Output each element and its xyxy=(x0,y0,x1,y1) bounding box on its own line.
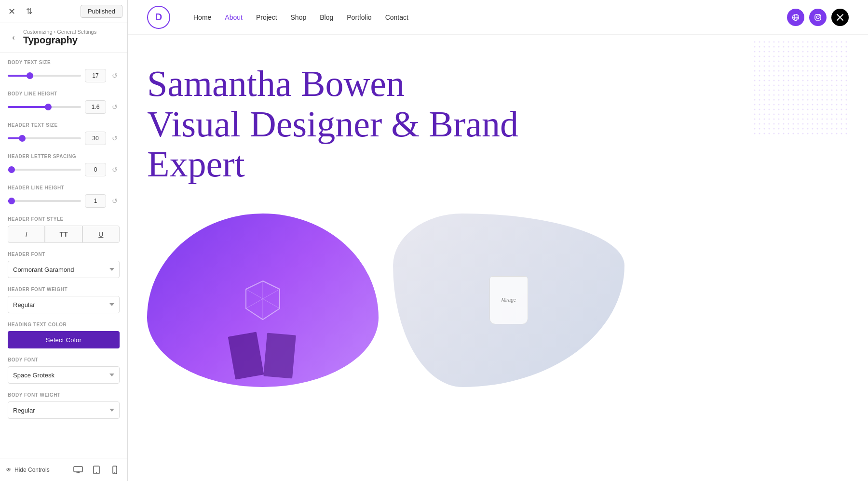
panel-header: ‹ Customizing › General Settings Typogra… xyxy=(0,23,127,53)
header-font-select[interactable]: Cormorant Garamond xyxy=(8,261,120,278)
header-letter-spacing-row: 0 ↺ xyxy=(8,163,120,176)
header-font-group: HEADER FONT Cormorant Garamond xyxy=(8,252,120,278)
header-letter-spacing-reset[interactable]: ↺ xyxy=(110,165,120,174)
nav-link-shop[interactable]: Shop xyxy=(291,13,307,21)
body-text-size-reset[interactable]: ↺ xyxy=(110,71,120,80)
left-blob-image xyxy=(147,214,379,387)
eye-icon: 👁 xyxy=(6,467,12,473)
body-text-size-row: 17 ↺ xyxy=(8,69,120,82)
top-bar: ✕ ⇅ Published xyxy=(0,0,127,23)
hero-section: Samantha BowenVisual Designer & BrandExp… xyxy=(128,35,868,204)
close-button[interactable]: ✕ xyxy=(5,5,18,18)
svg-point-2 xyxy=(96,472,97,473)
dot-pattern xyxy=(752,40,849,136)
body-font-group: BODY FONT Space Grotesk xyxy=(8,357,120,384)
body-line-height-group: BODY LINE HEIGHT 1.6 ↺ xyxy=(8,91,120,114)
nav-links: Home About Project Shop Blog Portfolio C… xyxy=(193,13,772,21)
body-font-select[interactable]: Space Grotesk xyxy=(8,366,120,384)
header-line-height-group: HEADER LINE HEIGHT 1 ↺ xyxy=(8,185,120,208)
header-line-height-reset[interactable]: ↺ xyxy=(110,196,120,206)
nav-link-about[interactable]: About xyxy=(225,13,243,21)
header-letter-spacing-label: HEADER LETTER SPACING xyxy=(8,154,120,159)
header-text-size-label: HEADER TEXT SIZE xyxy=(8,122,120,128)
social-icon-instagram[interactable] xyxy=(809,9,827,26)
site-logo: D xyxy=(147,6,170,29)
candle-container: Mirage xyxy=(489,276,528,324)
nav-link-portfolio[interactable]: Portfolio xyxy=(347,13,371,21)
header-font-weight-label: HEADER FONT WEIGHT xyxy=(8,287,120,292)
mobile-icon-button[interactable] xyxy=(108,463,122,477)
body-font-weight-group: BODY FONT WEIGHT Regular xyxy=(8,392,120,419)
nav-link-contact[interactable]: Contact xyxy=(385,13,408,21)
header-line-height-row: 1 ↺ xyxy=(8,194,120,208)
body-line-height-row: 1.6 ↺ xyxy=(8,100,120,114)
svg-point-8 xyxy=(816,16,819,19)
bold-button[interactable]: TT xyxy=(45,226,82,243)
body-text-size-slider[interactable] xyxy=(8,75,81,77)
heading-text-color-label: HEADING TEXT COLOR xyxy=(8,322,120,327)
heading-text-color-group: HEADING TEXT COLOR Select Color xyxy=(8,322,120,348)
device-icons xyxy=(71,463,122,477)
preview-area: D Home About Project Shop Blog Portfolio… xyxy=(128,0,868,481)
published-button[interactable]: Published xyxy=(81,5,122,18)
header-text-size-reset[interactable]: ↺ xyxy=(110,134,120,143)
header-font-weight-select[interactable]: Regular xyxy=(8,296,120,313)
body-text-size-group: BODY TEXT SIZE 17 ↺ xyxy=(8,60,120,82)
body-line-height-reset[interactable]: ↺ xyxy=(110,102,120,112)
body-line-height-value[interactable]: 1.6 xyxy=(85,100,106,114)
header-text-size-slider[interactable] xyxy=(8,137,81,139)
candle-jar: Mirage xyxy=(489,276,528,324)
packaging-visual xyxy=(231,334,294,377)
hide-controls-button[interactable]: 👁 Hide Controls xyxy=(6,467,50,473)
header-letter-spacing-value[interactable]: 0 xyxy=(85,163,106,176)
social-icon-web[interactable] xyxy=(787,9,804,26)
header-line-height-slider[interactable] xyxy=(8,200,81,202)
svg-rect-7 xyxy=(815,14,821,20)
nav-link-home[interactable]: Home xyxy=(193,13,211,21)
images-row: Mirage xyxy=(128,204,868,387)
header-text-size-group: HEADER TEXT SIZE 30 ↺ xyxy=(8,122,120,145)
svg-rect-0 xyxy=(74,467,82,472)
back-button[interactable]: ‹ xyxy=(8,32,19,43)
italic-button[interactable]: I xyxy=(8,226,45,243)
font-style-row: I TT U xyxy=(8,226,120,243)
header-font-label: HEADER FONT xyxy=(8,252,120,257)
svg-point-4 xyxy=(114,472,115,473)
panel-header-text: Customizing › General Settings Typograph… xyxy=(23,29,96,46)
header-font-weight-group: HEADER FONT WEIGHT Regular xyxy=(8,287,120,313)
body-font-label: BODY FONT xyxy=(8,357,120,362)
reorder-button[interactable]: ⇅ xyxy=(22,5,36,18)
desktop-icon-button[interactable] xyxy=(71,463,85,477)
body-font-weight-label: BODY FONT WEIGHT xyxy=(8,392,120,398)
breadcrumb: Customizing › General Settings xyxy=(23,29,96,35)
body-line-height-slider[interactable] xyxy=(8,106,81,108)
tablet-icon-button[interactable] xyxy=(90,463,103,477)
right-blob-image: Mirage xyxy=(393,214,624,387)
social-icon-x[interactable] xyxy=(831,9,849,26)
select-color-button[interactable]: Select Color xyxy=(8,331,120,348)
body-text-size-label: BODY TEXT SIZE xyxy=(8,60,120,65)
site-nav: D Home About Project Shop Blog Portfolio… xyxy=(128,0,868,35)
panel-body: BODY TEXT SIZE 17 ↺ BODY LINE HEIGHT 1.6… xyxy=(0,53,127,481)
header-line-height-label: HEADER LINE HEIGHT xyxy=(8,185,120,190)
header-letter-spacing-group: HEADER LETTER SPACING 0 ↺ xyxy=(8,154,120,176)
panel-title: Typography xyxy=(23,35,96,46)
svg-point-9 xyxy=(819,15,820,16)
header-line-height-value[interactable]: 1 xyxy=(85,194,106,208)
header-text-size-value[interactable]: 30 xyxy=(85,132,106,145)
svg-rect-11 xyxy=(752,40,849,136)
hero-title: Samantha BowenVisual Designer & BrandExp… xyxy=(147,64,533,185)
left-panel: ✕ ⇅ Published ‹ Customizing › General Se… xyxy=(0,0,128,481)
nav-link-blog[interactable]: Blog xyxy=(320,13,333,21)
body-font-weight-select[interactable]: Regular xyxy=(8,401,120,419)
body-text-size-value[interactable]: 17 xyxy=(85,69,106,82)
header-font-style-group: HEADER FONT STYLE I TT U xyxy=(8,216,120,243)
candle-brand: Mirage xyxy=(500,295,518,305)
hide-controls-label: Hide Controls xyxy=(14,467,50,473)
product-icon xyxy=(244,279,282,322)
underline-button[interactable]: U xyxy=(82,226,120,243)
header-text-size-row: 30 ↺ xyxy=(8,132,120,145)
panel-footer: 👁 Hide Controls xyxy=(0,458,127,481)
header-letter-spacing-slider[interactable] xyxy=(8,169,81,171)
nav-link-project[interactable]: Project xyxy=(256,13,277,21)
